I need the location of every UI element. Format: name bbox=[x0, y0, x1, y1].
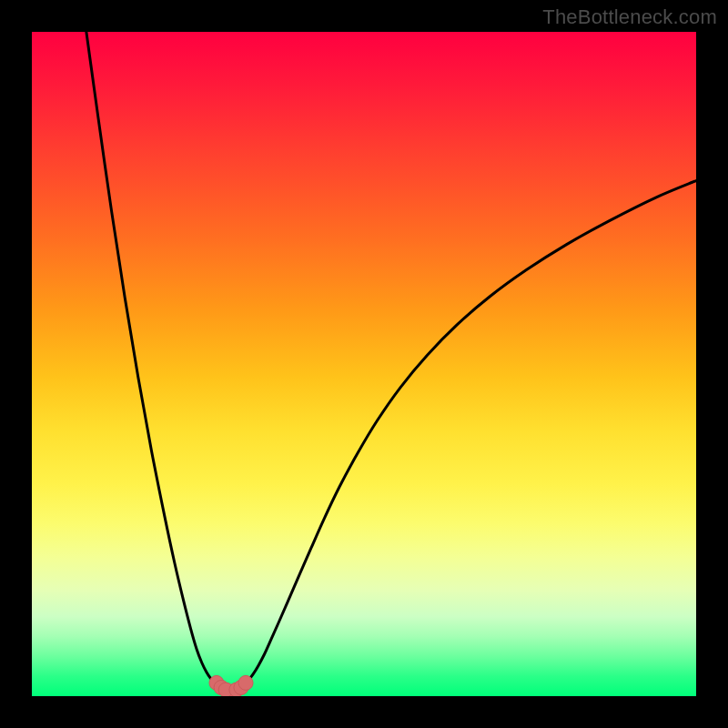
series-left-branch bbox=[86, 32, 221, 686]
trough-marker bbox=[238, 675, 253, 690]
chart-frame: TheBottleneck.com bbox=[0, 0, 728, 728]
curves-group bbox=[86, 32, 696, 691]
plot-area bbox=[32, 32, 696, 696]
series-right-branch bbox=[241, 181, 696, 687]
chart-svg bbox=[32, 32, 696, 696]
watermark-text: TheBottleneck.com bbox=[542, 5, 717, 29]
markers-group bbox=[209, 675, 253, 696]
